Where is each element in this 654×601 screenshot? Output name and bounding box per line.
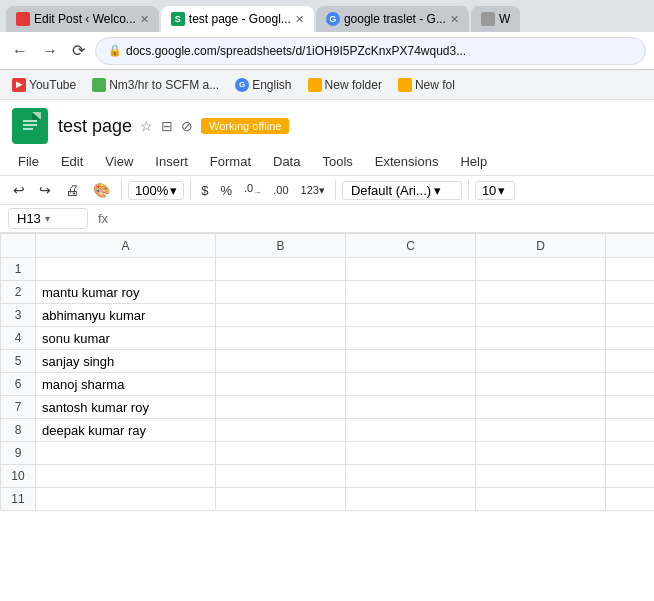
forward-button[interactable]: → [38,40,62,62]
row-header-8[interactable]: 8 [1,419,36,442]
formula-input[interactable] [118,209,646,228]
cell-7-A[interactable]: santosh kumar roy [36,396,216,419]
cell-dropdown-icon[interactable]: ▾ [45,213,50,224]
cell-10-B[interactable] [216,465,346,488]
cell-8-A[interactable]: deepak kumar ray [36,419,216,442]
cell-6-D[interactable] [476,373,606,396]
menu-data[interactable]: Data [263,150,310,173]
cell-2-A[interactable]: mantu kumar roy [36,281,216,304]
move-button[interactable]: ⊟ [159,116,175,136]
cell-extra[interactable] [606,281,655,304]
redo-button[interactable]: ↪ [34,179,56,201]
cell-8-D[interactable] [476,419,606,442]
cell-7-D[interactable] [476,396,606,419]
font-selector[interactable]: Default (Ari...) ▾ [342,181,462,200]
cell-2-D[interactable] [476,281,606,304]
bookmark-youtube[interactable]: ▶ YouTube [6,76,82,94]
header-col-c[interactable]: C [346,234,476,258]
undo-button[interactable]: ↩ [8,179,30,201]
cell-extra[interactable] [606,258,655,281]
menu-help[interactable]: Help [450,150,497,173]
cell-6-B[interactable] [216,373,346,396]
menu-file[interactable]: File [8,150,49,173]
cell-3-C[interactable] [346,304,476,327]
cell-extra[interactable] [606,488,655,511]
tab-unknown[interactable]: W [471,6,520,32]
cloud-off-button[interactable]: ⊘ [179,116,195,136]
row-header-10[interactable]: 10 [1,465,36,488]
cell-11-D[interactable] [476,488,606,511]
row-header-11[interactable]: 11 [1,488,36,511]
cell-5-B[interactable] [216,350,346,373]
zoom-control[interactable]: 100% ▾ [128,181,184,200]
bookmark-new-folder[interactable]: New folder [302,76,388,94]
cell-9-D[interactable] [476,442,606,465]
cell-extra[interactable] [606,419,655,442]
menu-edit[interactable]: Edit [51,150,93,173]
cell-4-A[interactable]: sonu kumar [36,327,216,350]
cell-2-C[interactable] [346,281,476,304]
cell-7-C[interactable] [346,396,476,419]
cell-4-C[interactable] [346,327,476,350]
reload-button[interactable]: ⟳ [68,39,89,62]
cell-extra[interactable] [606,442,655,465]
back-button[interactable]: ← [8,40,32,62]
cell-extra[interactable] [606,327,655,350]
row-header-2[interactable]: 2 [1,281,36,304]
row-header-5[interactable]: 5 [1,350,36,373]
cell-6-A[interactable]: manoj sharma [36,373,216,396]
cell-11-B[interactable] [216,488,346,511]
menu-format[interactable]: Format [200,150,261,173]
decimal-inc-button[interactable]: .0→ [240,180,265,199]
tab-close-2[interactable]: ✕ [295,13,304,26]
cell-5-D[interactable] [476,350,606,373]
bookmark-nm3hr[interactable]: Nm3/hr to SCFM a... [86,76,225,94]
print-button[interactable]: 🖨 [60,179,84,201]
header-col-a[interactable]: A [36,234,216,258]
cell-8-C[interactable] [346,419,476,442]
cell-11-A[interactable] [36,488,216,511]
cell-extra[interactable] [606,373,655,396]
cell-extra[interactable] [606,396,655,419]
tab-close-1[interactable]: ✕ [140,13,149,26]
cell-9-B[interactable] [216,442,346,465]
cell-2-B[interactable] [216,281,346,304]
tab-close-3[interactable]: ✕ [450,13,459,26]
menu-extensions[interactable]: Extensions [365,150,449,173]
cell-10-A[interactable] [36,465,216,488]
cell-1-B[interactable] [216,258,346,281]
cell-name-box[interactable]: H13 ▾ [8,208,88,229]
menu-tools[interactable]: Tools [312,150,362,173]
paint-format-button[interactable]: 🎨 [88,179,115,201]
row-header-4[interactable]: 4 [1,327,36,350]
row-header-9[interactable]: 9 [1,442,36,465]
row-header-3[interactable]: 3 [1,304,36,327]
cell-5-A[interactable]: sanjay singh [36,350,216,373]
cell-3-B[interactable] [216,304,346,327]
cell-4-B[interactable] [216,327,346,350]
cell-10-D[interactable] [476,465,606,488]
tab-google-translate[interactable]: G google traslet - G... ✕ [316,6,469,32]
menu-insert[interactable]: Insert [145,150,198,173]
cell-9-A[interactable] [36,442,216,465]
cell-9-C[interactable] [346,442,476,465]
cell-8-B[interactable] [216,419,346,442]
decimal-dec-button[interactable]: .00 [269,182,292,198]
address-input[interactable]: 🔒 docs.google.com/spreadsheets/d/1iOH9I5… [95,37,646,65]
cell-extra[interactable] [606,350,655,373]
cell-1-D[interactable] [476,258,606,281]
cell-5-C[interactable] [346,350,476,373]
tab-edit-post[interactable]: Edit Post ‹ Welco... ✕ [6,6,159,32]
percent-button[interactable]: % [216,181,236,200]
star-button[interactable]: ☆ [138,116,155,136]
row-header-1[interactable]: 1 [1,258,36,281]
row-header-6[interactable]: 6 [1,373,36,396]
bookmark-english[interactable]: G English [229,76,297,94]
cell-extra[interactable] [606,465,655,488]
cell-11-C[interactable] [346,488,476,511]
header-col-e[interactable] [606,234,655,258]
currency-button[interactable]: $ [197,181,212,200]
tab-test-page[interactable]: S test page - Googl... ✕ [161,6,314,32]
header-col-b[interactable]: B [216,234,346,258]
cell-10-C[interactable] [346,465,476,488]
